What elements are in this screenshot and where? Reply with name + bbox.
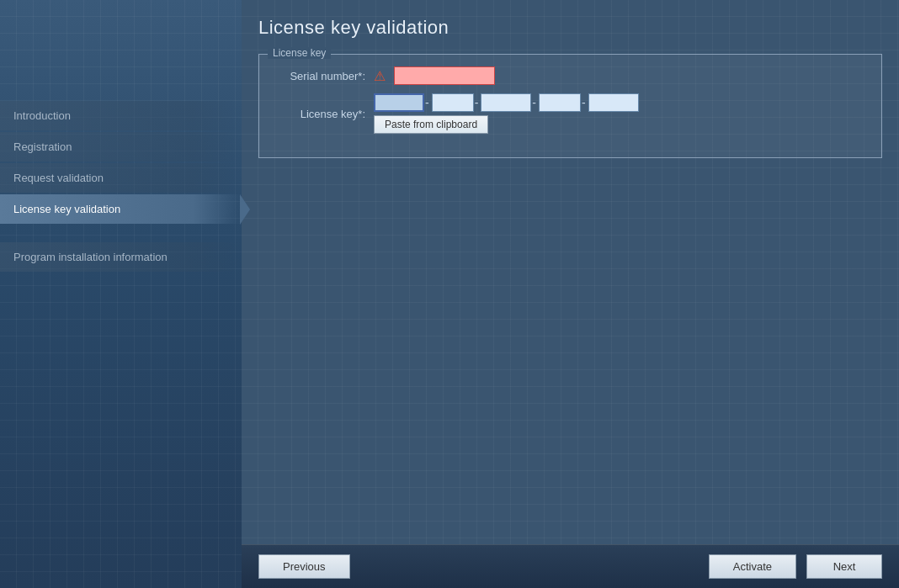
key-segment-1[interactable] bbox=[374, 93, 424, 112]
sidebar: Introduction Registration Request valida… bbox=[0, 0, 242, 588]
next-button[interactable]: Next bbox=[806, 554, 882, 579]
paste-from-clipboard-button[interactable]: Paste from clipboard bbox=[374, 115, 488, 134]
sidebar-item-registration[interactable]: Registration bbox=[0, 132, 242, 162]
serial-number-label: Serial number*: bbox=[273, 70, 374, 82]
key-dash-2: - bbox=[475, 96, 479, 109]
license-key-segments: - - - - bbox=[374, 93, 639, 112]
group-box-legend: License key bbox=[268, 47, 331, 59]
bottom-bar: Previous Activate Next bbox=[242, 544, 899, 588]
license-key-row: License key*: - - - - bbox=[273, 93, 868, 134]
key-segment-5[interactable] bbox=[588, 93, 639, 112]
previous-button[interactable]: Previous bbox=[258, 554, 350, 579]
serial-number-row: Serial number*: ⚠ bbox=[273, 66, 868, 85]
sidebar-item-label: License key validation bbox=[13, 203, 120, 215]
key-segment-4[interactable] bbox=[539, 93, 581, 112]
license-key-group: License key Serial number*: ⚠ License ke… bbox=[258, 54, 882, 158]
sidebar-item-label: Program installation information bbox=[13, 251, 168, 263]
sidebar-item-request-validation[interactable]: Request validation bbox=[0, 163, 242, 193]
serial-number-input[interactable] bbox=[394, 66, 495, 85]
sidebar-item-license-key-validation[interactable]: License key validation bbox=[0, 194, 242, 224]
main-content: License key validation License key Seria… bbox=[242, 0, 899, 588]
sidebar-item-introduction[interactable]: Introduction bbox=[0, 101, 242, 130]
serial-field-container: ⚠ bbox=[374, 66, 495, 85]
sidebar-item-program-installation-information[interactable]: Program installation information bbox=[0, 242, 242, 272]
sidebar-item-label: Introduction bbox=[13, 109, 71, 122]
key-dash-4: - bbox=[582, 96, 586, 109]
key-segment-2[interactable] bbox=[432, 93, 474, 112]
sidebar-item-label: Registration bbox=[13, 140, 72, 153]
license-key-label: License key*: bbox=[273, 108, 374, 120]
key-segment-3[interactable] bbox=[481, 93, 531, 112]
page-title: License key validation bbox=[258, 17, 882, 39]
license-key-inputs-container: - - - - Paste from clipboard bbox=[374, 93, 639, 134]
paste-row: Paste from clipboard bbox=[374, 115, 639, 134]
warning-icon: ⚠ bbox=[374, 68, 386, 84]
activate-button[interactable]: Activate bbox=[709, 554, 796, 579]
key-dash-1: - bbox=[425, 96, 429, 109]
sidebar-item-label: Request validation bbox=[13, 172, 104, 184]
key-dash-3: - bbox=[532, 96, 536, 109]
